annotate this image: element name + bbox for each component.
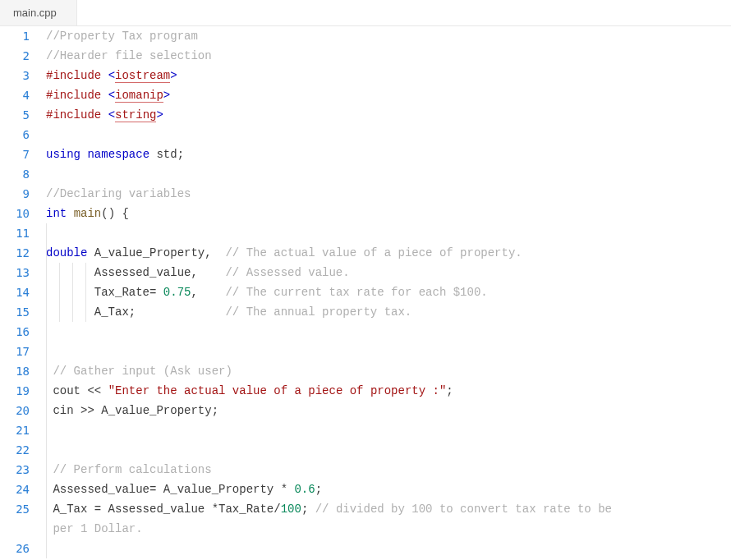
- code-line[interactable]: [46, 322, 731, 342]
- indent-guide: [46, 401, 47, 420]
- line-number: 4: [0, 85, 30, 105]
- line-number: 26: [0, 539, 30, 558]
- tab-main-cpp[interactable]: main.cpp: [0, 0, 77, 25]
- token-ident: cin: [46, 404, 80, 417]
- indent-guide: [46, 480, 47, 499]
- line-number: [0, 519, 30, 539]
- indent-guide: [46, 263, 47, 282]
- code-line[interactable]: //Declaring variables: [46, 184, 731, 204]
- indent-guide: [46, 519, 47, 539]
- token-op: () {: [101, 207, 129, 220]
- line-number: 14: [0, 282, 30, 302]
- token-ident: Assessed_value= A_value_Property *: [46, 483, 294, 496]
- line-number: 1: [0, 26, 30, 46]
- code-line[interactable]: [46, 223, 731, 243]
- line-number-gutter: 1234567891011121314151617181920212223242…: [0, 26, 46, 558]
- code-line[interactable]: //Property Tax program: [46, 26, 731, 46]
- indent-guide: [46, 302, 47, 322]
- indent-guide: [85, 302, 86, 322]
- token-angle: <: [108, 108, 115, 122]
- token-comment: // Gather input (Ask user): [53, 365, 232, 378]
- token-ident: [308, 503, 315, 516]
- line-number: 21: [0, 420, 30, 440]
- line-number: 12: [0, 243, 30, 263]
- token-comment: //Hearder file selection: [46, 49, 212, 62]
- line-number: 10: [0, 204, 30, 223]
- indent-guide: [46, 381, 47, 401]
- line-number: 13: [0, 263, 30, 282]
- token-number: 0.75: [163, 286, 191, 299]
- line-number: 5: [0, 105, 30, 125]
- code-line[interactable]: using namespace std;: [46, 145, 731, 164]
- token-keyword: int: [46, 207, 67, 220]
- code-line[interactable]: [46, 420, 731, 440]
- token-number: 100: [281, 503, 301, 516]
- line-number: 20: [0, 401, 30, 420]
- code-line[interactable]: cout << "Enter the actual value of a pie…: [46, 381, 731, 401]
- indent-guide: [59, 263, 60, 282]
- indent-guide: [46, 460, 47, 480]
- line-number: 23: [0, 460, 30, 480]
- token-comment: // Perform calculations: [53, 463, 211, 476]
- code-line[interactable]: // Perform calculations: [46, 460, 731, 480]
- indent-guide: [46, 342, 47, 361]
- indent-guide: [85, 263, 86, 282]
- code-line[interactable]: // Gather input (Ask user): [46, 361, 731, 381]
- token-op: <<: [87, 384, 101, 397]
- token-comment: // Assessed value.: [225, 266, 349, 279]
- line-number: 18: [0, 361, 30, 381]
- indent-guide: [72, 282, 73, 302]
- token-func: main: [74, 207, 102, 220]
- token-comment: // The current tax rate for each $100.: [225, 286, 487, 299]
- indent-guide: [46, 499, 47, 519]
- token-comment: //Declaring variables: [46, 187, 191, 200]
- code-line[interactable]: Assessed_value= A_value_Property * 0.6;: [46, 480, 731, 499]
- line-number: 2: [0, 46, 30, 66]
- code-editor[interactable]: 1234567891011121314151617181920212223242…: [0, 26, 731, 558]
- line-number: 22: [0, 440, 30, 460]
- code-line[interactable]: [46, 342, 731, 361]
- code-line[interactable]: [46, 125, 731, 145]
- indent-guide: [46, 420, 47, 440]
- code-line[interactable]: [46, 539, 731, 558]
- code-line[interactable]: [46, 440, 731, 460]
- indent-guide: [46, 539, 47, 558]
- token-ident: A_value_Property: [94, 404, 212, 417]
- code-line[interactable]: [46, 164, 731, 184]
- line-number: 3: [0, 66, 30, 85]
- token-ident: [101, 384, 108, 397]
- token-ident: A_value_Property,: [87, 246, 225, 259]
- token-keyword: double: [46, 246, 87, 259]
- code-line[interactable]: #include <string>: [46, 105, 731, 125]
- line-number: 7: [0, 145, 30, 164]
- code-line[interactable]: int main() {: [46, 204, 731, 223]
- token-op: >>: [80, 404, 94, 417]
- indent-guide: [46, 440, 47, 460]
- token-comment: //Property Tax program: [46, 30, 198, 43]
- code-line[interactable]: Tax_Rate= 0.75, // The current tax rate …: [46, 282, 731, 302]
- token-op: ;: [177, 148, 184, 161]
- code-line[interactable]: #include <iostream>: [46, 66, 731, 85]
- code-line[interactable]: //Hearder file selection: [46, 46, 731, 66]
- indent-guide: [46, 223, 47, 243]
- code-line[interactable]: A_Tax = Assessed_value *Tax_Rate/100; //…: [46, 499, 731, 519]
- token-angle: <: [108, 69, 115, 82]
- line-number: 16: [0, 322, 30, 342]
- code-line[interactable]: Assessed_value, // Assessed value.: [46, 263, 731, 282]
- code-content[interactable]: //Property Tax program//Hearder file sel…: [46, 26, 731, 558]
- token-ident: cout: [46, 384, 87, 397]
- code-line[interactable]: #include <iomanip>: [46, 85, 731, 105]
- token-ident: Tax_Rate=: [46, 286, 163, 299]
- tab-bar: main.cpp: [0, 0, 731, 26]
- code-line[interactable]: cin >> A_value_Property;: [46, 401, 731, 420]
- indent-guide: [46, 243, 47, 263]
- token-preproc: #include: [46, 108, 108, 122]
- code-line[interactable]: A_Tax; // The annual property tax.: [46, 302, 731, 322]
- code-line[interactable]: double A_value_Property, // The actual v…: [46, 243, 731, 263]
- token-preproc: #include: [46, 89, 108, 102]
- line-number: 24: [0, 480, 30, 499]
- token-include: string: [115, 108, 156, 122]
- line-number: 8: [0, 164, 30, 184]
- code-line[interactable]: per 1 Dollar.: [46, 519, 731, 539]
- indent-guide: [85, 282, 86, 302]
